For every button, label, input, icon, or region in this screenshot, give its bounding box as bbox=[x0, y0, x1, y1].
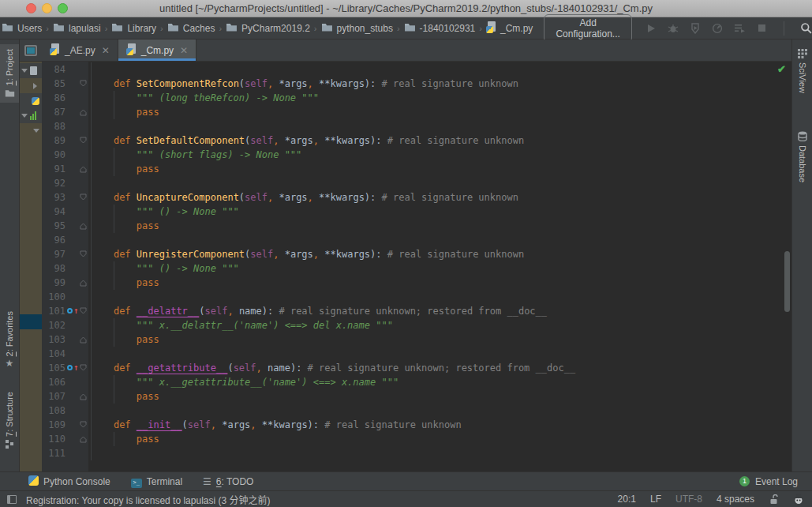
line-number[interactable]: 101 bbox=[42, 304, 65, 318]
run-with-icon[interactable] bbox=[733, 22, 746, 35]
tree-row[interactable] bbox=[20, 123, 42, 138]
code-line[interactable]: 87 pass bbox=[42, 105, 791, 119]
breadcrumb-item[interactable]: python_stubs bbox=[321, 22, 393, 34]
tool-window-icon[interactable] bbox=[20, 39, 42, 61]
line-number[interactable]: 84 bbox=[42, 62, 65, 77]
code-line[interactable]: 98 """ () -> None """ bbox=[42, 261, 791, 276]
line-number[interactable]: 99 bbox=[42, 276, 65, 290]
tool-window-toggle-icon[interactable] bbox=[7, 495, 17, 504]
tree-row-selected[interactable] bbox=[20, 314, 42, 329]
breadcrumb-item[interactable]: Users bbox=[2, 22, 42, 34]
code-line[interactable]: 95 pass bbox=[42, 219, 791, 233]
tree-row[interactable] bbox=[20, 78, 42, 93]
fold-marker-icon[interactable] bbox=[77, 247, 88, 261]
indent-widget[interactable]: 4 spaces bbox=[717, 494, 754, 505]
line-number[interactable]: 88 bbox=[42, 119, 65, 133]
code-line[interactable]: 103 pass bbox=[42, 332, 791, 347]
line-number[interactable]: 108 bbox=[42, 404, 65, 418]
tree-row[interactable] bbox=[20, 93, 42, 108]
fold-marker-icon[interactable] bbox=[77, 105, 88, 119]
breadcrumb-item[interactable]: Library bbox=[111, 22, 156, 34]
code-line[interactable]: 105↑ def __getattribute__(self, name): #… bbox=[42, 361, 791, 375]
line-number[interactable]: 86 bbox=[42, 91, 65, 105]
code-line[interactable]: 101↑ def __delattr__(self, name): # real… bbox=[42, 304, 791, 318]
sidebar-item-database[interactable]: Database bbox=[792, 126, 812, 187]
tool-button-python-console[interactable]: Python Console bbox=[28, 475, 110, 488]
maximize-window-button[interactable] bbox=[58, 3, 68, 13]
fold-marker-icon[interactable] bbox=[77, 219, 88, 233]
profiler-icon[interactable] bbox=[711, 22, 724, 35]
caret-position-widget[interactable]: 20:1 bbox=[618, 494, 636, 505]
code-line[interactable]: 108 bbox=[42, 404, 791, 418]
tab-close-icon[interactable]: ✕ bbox=[180, 45, 188, 56]
tab-close-icon[interactable]: ✕ bbox=[102, 45, 110, 56]
fold-marker-icon[interactable] bbox=[77, 389, 88, 404]
code-line[interactable]: 107 pass bbox=[42, 389, 791, 404]
line-number[interactable]: 93 bbox=[42, 190, 65, 205]
line-number[interactable]: 95 bbox=[42, 219, 65, 233]
search-icon[interactable] bbox=[799, 22, 812, 35]
tree-row[interactable] bbox=[20, 63, 42, 78]
line-number[interactable]: 90 bbox=[42, 148, 65, 162]
code-line[interactable]: 99 pass bbox=[42, 276, 791, 290]
line-number[interactable]: 110 bbox=[42, 432, 65, 446]
line-number[interactable]: 103 bbox=[42, 332, 65, 347]
unlock-icon[interactable] bbox=[769, 494, 779, 505]
fold-marker-icon[interactable] bbox=[77, 190, 88, 205]
sidebar-item-favorites[interactable]: 2: Favorites★ bbox=[0, 306, 19, 372]
code-line[interactable]: 86 """ (long theRefcon) -> None """ bbox=[42, 91, 791, 105]
line-number[interactable]: 89 bbox=[42, 133, 65, 148]
run-coverage-icon[interactable] bbox=[689, 22, 702, 35]
fold-marker-icon[interactable] bbox=[77, 361, 88, 375]
code-line[interactable]: 92 bbox=[42, 176, 791, 190]
close-window-button[interactable] bbox=[26, 3, 36, 13]
project-tree-panel[interactable] bbox=[20, 62, 42, 471]
line-number[interactable]: 107 bbox=[42, 389, 65, 404]
tree-row[interactable] bbox=[20, 108, 42, 123]
fold-marker-icon[interactable] bbox=[77, 77, 88, 91]
code-line[interactable]: 97 def UnregisterComponent(self, *args, … bbox=[42, 247, 791, 261]
breadcrumb-item[interactable]: PyCharm2019.2 bbox=[226, 22, 310, 34]
fold-marker-icon[interactable] bbox=[77, 162, 88, 176]
sidebar-item-project[interactable]: 1: Project bbox=[0, 44, 19, 103]
code-line[interactable]: 85 def SetComponentRefcon(self, *args, *… bbox=[42, 77, 791, 91]
code-line[interactable]: 110 pass bbox=[42, 432, 791, 446]
tool-button--todo[interactable]: ☰6: TODO bbox=[203, 476, 253, 487]
code-line[interactable]: 91 pass bbox=[42, 162, 791, 176]
breadcrumb-item[interactable]: Caches bbox=[167, 22, 215, 34]
line-separator-widget[interactable]: LF bbox=[650, 494, 661, 505]
line-number[interactable]: 111 bbox=[42, 446, 65, 460]
editor-scrollbar[interactable] bbox=[784, 251, 790, 312]
breadcrumb-item[interactable]: -1840102931 bbox=[404, 22, 476, 34]
stop-icon[interactable] bbox=[755, 22, 768, 35]
sidebar-item-sciview[interactable]: SciView bbox=[792, 44, 812, 98]
override-method-icon[interactable]: ↑ bbox=[65, 361, 77, 375]
code-line[interactable]: 104 bbox=[42, 347, 791, 361]
code-line[interactable]: 109 def __init__(self, *args, **kwargs):… bbox=[42, 418, 791, 432]
code-line[interactable]: 93 def UncaptureComponent(self, *args, *… bbox=[42, 190, 791, 205]
status-message[interactable]: Registration: Your copy is licensed to l… bbox=[26, 493, 270, 506]
override-method-icon[interactable]: ↑ bbox=[65, 304, 77, 318]
line-number[interactable]: 92 bbox=[42, 176, 65, 190]
minimize-window-button[interactable] bbox=[42, 3, 52, 13]
line-number[interactable]: 98 bbox=[42, 261, 65, 276]
chevron-right-icon[interactable] bbox=[33, 83, 37, 89]
line-number[interactable]: 97 bbox=[42, 247, 65, 261]
add-configuration-button[interactable]: Add Configuration... bbox=[544, 14, 632, 43]
sidebar-item-structure[interactable]: 7: Structure bbox=[0, 387, 19, 454]
line-number[interactable]: 100 bbox=[42, 290, 65, 304]
line-number[interactable]: 94 bbox=[42, 205, 65, 219]
code-line[interactable]: 111 bbox=[42, 446, 791, 460]
fold-marker-icon[interactable] bbox=[77, 332, 88, 347]
run-icon[interactable] bbox=[645, 22, 657, 35]
line-number[interactable]: 104 bbox=[42, 347, 65, 361]
editor-tab[interactable]: _AE.py✕ bbox=[42, 39, 118, 61]
code-line[interactable]: 94 """ () -> None """ bbox=[42, 205, 791, 219]
fold-marker-icon[interactable] bbox=[77, 304, 88, 318]
code-line[interactable]: 84 bbox=[42, 62, 791, 77]
code-line[interactable]: 88 bbox=[42, 119, 791, 133]
encoding-widget[interactable]: UTF-8 bbox=[675, 494, 702, 505]
breadcrumb-item[interactable]: _Cm.py bbox=[486, 21, 533, 36]
line-number[interactable]: 102 bbox=[42, 318, 65, 332]
event-log-button[interactable]: 1 Event Log bbox=[739, 476, 798, 487]
